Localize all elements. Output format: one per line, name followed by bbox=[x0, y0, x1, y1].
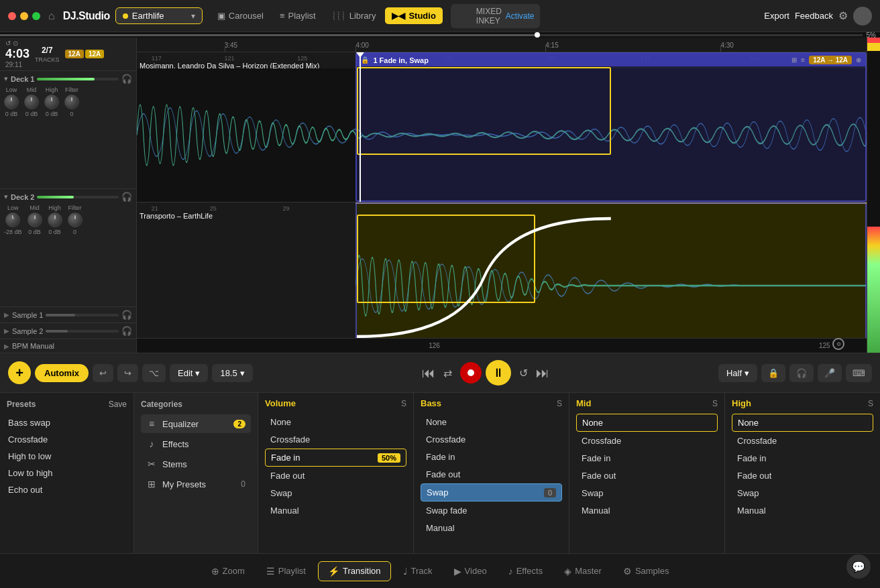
redo-button[interactable]: ↪ bbox=[117, 364, 138, 382]
keyboard-button[interactable]: ⌨ bbox=[846, 364, 872, 382]
deck1-volume-bar[interactable] bbox=[37, 78, 119, 80]
progress-bar-area[interactable]: 5% bbox=[0, 32, 880, 38]
category-stems[interactable]: ✂ Stems bbox=[141, 455, 251, 473]
preset-bass-swap[interactable]: Bass swap bbox=[7, 414, 127, 431]
volume-swap[interactable]: Swap bbox=[265, 485, 406, 502]
bass-manual[interactable]: Manual bbox=[421, 520, 562, 536]
tab-transition[interactable]: ⚡ Transition bbox=[318, 561, 391, 581]
volume-none[interactable]: None bbox=[265, 414, 406, 430]
next-button[interactable]: ⏭ bbox=[536, 365, 549, 381]
user-avatar[interactable] bbox=[853, 7, 872, 25]
prev-button[interactable]: ⏮ bbox=[422, 365, 435, 381]
deck1-expand-icon[interactable]: ▾ bbox=[4, 74, 8, 83]
category-mypresets[interactable]: ⊞ My Presets 0 bbox=[141, 475, 251, 493]
deck1-high-knob[interactable] bbox=[44, 95, 59, 109]
bass-swap-fade[interactable]: Swap fade bbox=[421, 502, 562, 519]
progress-thumb[interactable] bbox=[535, 32, 540, 38]
high-none[interactable]: None bbox=[732, 414, 873, 432]
deck2-headphone-icon[interactable]: 🎧 bbox=[121, 192, 132, 202]
high-crossfade[interactable]: Crossfade bbox=[732, 432, 873, 449]
preset-low-to-high[interactable]: Low to high bbox=[7, 465, 127, 481]
tab-effects[interactable]: ♪ Effects bbox=[499, 562, 553, 581]
mid-s-button[interactable]: S bbox=[712, 399, 718, 408]
volume-manual[interactable]: Manual bbox=[265, 502, 406, 519]
maximize-button[interactable] bbox=[32, 12, 40, 20]
save-button[interactable]: Save bbox=[109, 400, 127, 409]
nav-library[interactable]: ⦚⦚⦚ Library bbox=[325, 7, 383, 24]
deck1-headphone-icon[interactable]: 🎧 bbox=[121, 74, 132, 84]
tab-master[interactable]: ◈ Master bbox=[555, 562, 611, 581]
deck2-expand-icon[interactable]: ▾ bbox=[4, 192, 8, 201]
play-pause-button[interactable]: ⏸ bbox=[486, 360, 511, 386]
feedback-button[interactable]: Feedback bbox=[795, 11, 833, 21]
mid-fade-out[interactable]: Fade out bbox=[576, 467, 718, 484]
bpm-expand-icon[interactable]: ▶ bbox=[4, 343, 9, 350]
deck1-track-row[interactable]: 117 121 125 129 133 137 141 145 Mosimann… bbox=[137, 52, 867, 202]
deck1-mid-knob[interactable] bbox=[24, 95, 39, 109]
bass-fade-out[interactable]: Fade out bbox=[421, 466, 562, 483]
sample2-bar[interactable] bbox=[46, 330, 119, 333]
deck2-high-knob[interactable] bbox=[48, 213, 62, 227]
tab-video[interactable]: ▶ Video bbox=[445, 562, 496, 581]
half-selector[interactable]: Half ▾ bbox=[718, 364, 757, 382]
high-fade-in[interactable]: Fade in bbox=[732, 450, 873, 467]
bass-s-button[interactable]: S bbox=[557, 399, 562, 408]
playlist-dropdown[interactable]: Earthlife ▾ bbox=[115, 7, 203, 24]
nav-carousel[interactable]: ▣ Carousel bbox=[211, 7, 270, 24]
snap-button[interactable]: ⌥ bbox=[142, 364, 166, 382]
deck2-track-row[interactable]: 21 25 29 33 37 41 45 49 53 Transporto – … bbox=[137, 202, 867, 353]
volume-crossfade[interactable]: Crossfade bbox=[265, 431, 406, 448]
close-button[interactable] bbox=[8, 12, 16, 20]
lock-button[interactable]: 🔒 bbox=[761, 364, 785, 382]
volume-s-button[interactable]: S bbox=[401, 399, 406, 408]
mid-crossfade[interactable]: Crossfade bbox=[576, 432, 718, 449]
preset-high-to-low[interactable]: High to low bbox=[7, 448, 127, 465]
tab-zoom[interactable]: ⊕ Zoom bbox=[202, 562, 254, 581]
headphones-button[interactable]: 🎧 bbox=[789, 364, 814, 382]
settings-icon[interactable]: ⚙ bbox=[838, 9, 848, 22]
edit-button[interactable]: Edit ▾ bbox=[170, 364, 208, 382]
shuffle-button[interactable]: ⇄ bbox=[439, 363, 456, 384]
mid-fade-in[interactable]: Fade in bbox=[576, 450, 718, 467]
tab-track[interactable]: ♩ Track bbox=[394, 562, 442, 581]
mic-button[interactable]: 🎤 bbox=[818, 364, 842, 382]
export-button[interactable]: Export bbox=[764, 11, 789, 21]
deck2-filter-knob[interactable] bbox=[68, 213, 82, 227]
record-button[interactable] bbox=[460, 362, 482, 384]
high-manual[interactable]: Manual bbox=[732, 502, 873, 519]
bass-fade-in[interactable]: Fade in bbox=[421, 449, 562, 465]
deck2-low-knob[interactable] bbox=[5, 213, 20, 227]
nav-studio[interactable]: ▶◀ Studio bbox=[385, 7, 442, 24]
deck2-mid-knob[interactable] bbox=[28, 213, 42, 227]
mid-none[interactable]: None bbox=[576, 414, 718, 432]
undo-button[interactable]: ↩ bbox=[93, 364, 113, 382]
mixedinkey-widget[interactable]: MIXEDINKEY Activate bbox=[451, 4, 540, 28]
sample1-headphone-icon[interactable]: 🎧 bbox=[121, 310, 132, 320]
minimize-button[interactable] bbox=[20, 12, 28, 20]
volume-fade-in[interactable]: Fade in 50% bbox=[265, 449, 406, 467]
preset-crossfade[interactable]: Crossfade bbox=[7, 431, 127, 448]
tab-playlist[interactable]: ☰ Playlist bbox=[257, 562, 315, 581]
bass-none[interactable]: None bbox=[421, 414, 562, 430]
automix-button[interactable]: Automix bbox=[35, 364, 89, 382]
category-equalizer[interactable]: ≡ Equalizer 2 bbox=[141, 414, 251, 433]
sample1-bar[interactable] bbox=[46, 314, 119, 316]
home-icon[interactable]: ⌂ bbox=[48, 10, 55, 22]
deck2-volume-bar[interactable] bbox=[37, 196, 119, 198]
category-effects[interactable]: ♪ Effects bbox=[141, 434, 251, 453]
chat-button[interactable]: 💬 bbox=[846, 554, 871, 579]
tab-samples[interactable]: ⚙ Samples bbox=[614, 562, 679, 581]
sample2-expand-icon[interactable]: ▶ bbox=[4, 327, 9, 335]
deck1-low-knob[interactable] bbox=[4, 95, 19, 109]
add-button[interactable]: + bbox=[8, 361, 31, 384]
activate-button[interactable]: Activate bbox=[506, 11, 535, 21]
bpm-settings-icon[interactable]: ⚙ bbox=[832, 338, 844, 350]
nav-playlist[interactable]: ≡ Playlist bbox=[273, 7, 323, 24]
mid-manual[interactable]: Manual bbox=[576, 502, 718, 519]
high-fade-out[interactable]: Fade out bbox=[732, 467, 873, 484]
sample2-headphone-icon[interactable]: 🎧 bbox=[121, 326, 132, 336]
mid-swap[interactable]: Swap bbox=[576, 485, 718, 502]
volume-fade-out[interactable]: Fade out bbox=[265, 467, 406, 484]
high-s-button[interactable]: S bbox=[868, 399, 873, 408]
bass-swap[interactable]: Swap 0 bbox=[421, 483, 562, 502]
